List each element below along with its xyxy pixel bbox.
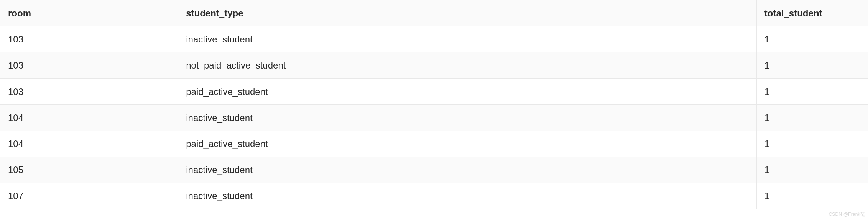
col-header-total-student: total_student (756, 0, 868, 26)
table-row: 107 inactive_student 1 (0, 183, 868, 209)
cell-room: 103 (0, 78, 178, 104)
cell-total-student: 1 (756, 183, 868, 209)
cell-student-type: inactive_student (178, 26, 757, 52)
cell-room: 104 (0, 104, 178, 131)
col-header-room: room (0, 0, 178, 26)
col-header-student-type: student_type (178, 0, 757, 26)
table-row: 105 inactive_student 1 (0, 157, 868, 183)
cell-student-type: paid_active_student (178, 131, 757, 157)
table-row: 103 inactive_student 1 (0, 26, 868, 52)
results-table: room student_type total_student 103 inac… (0, 0, 868, 209)
cell-room: 104 (0, 131, 178, 157)
cell-room: 107 (0, 183, 178, 209)
cell-student-type: inactive_student (178, 157, 757, 183)
cell-total-student: 1 (756, 131, 868, 157)
cell-room: 103 (0, 52, 178, 78)
table-row: 103 not_paid_active_student 1 (0, 52, 868, 78)
table-row: 104 paid_active_student 1 (0, 131, 868, 157)
cell-student-type: paid_active_student (178, 78, 757, 104)
cell-total-student: 1 (756, 78, 868, 104)
table-body: 103 inactive_student 1 103 not_paid_acti… (0, 26, 868, 209)
table-header: room student_type total_student (0, 0, 868, 26)
cell-student-type: not_paid_active_student (178, 52, 757, 78)
cell-student-type: inactive_student (178, 183, 757, 209)
cell-student-type: inactive_student (178, 104, 757, 131)
cell-total-student: 1 (756, 52, 868, 78)
cell-total-student: 1 (756, 26, 868, 52)
cell-total-student: 1 (756, 104, 868, 131)
cell-room: 103 (0, 26, 178, 52)
table-row: 104 inactive_student 1 (0, 104, 868, 131)
table-row: 103 paid_active_student 1 (0, 78, 868, 104)
cell-total-student: 1 (756, 157, 868, 183)
cell-room: 105 (0, 157, 178, 183)
table-header-row: room student_type total_student (0, 0, 868, 26)
